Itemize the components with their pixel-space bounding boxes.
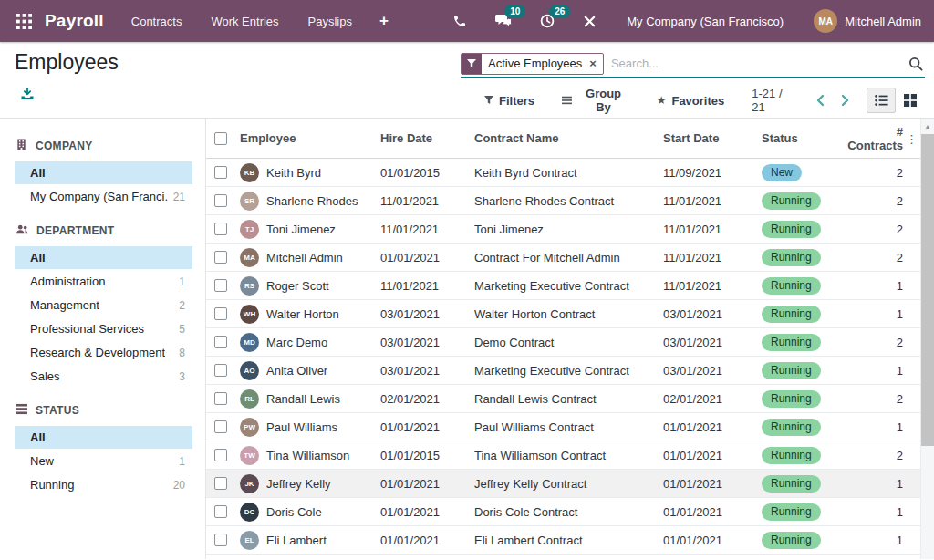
row-checkbox[interactable] [214,505,227,518]
sidebar-item-status-all[interactable]: All [15,426,192,449]
column-header-status[interactable]: Status [755,131,833,145]
row-checkbox[interactable] [214,223,227,235]
start-date-cell: 01/01/2021 [657,534,755,547]
search-bar[interactable]: Active Employees × [461,51,925,78]
table-row[interactable]: TW Tina Williamson 01/01/2015 Tina Willi… [206,441,920,470]
table-header: Employee Hire Date Contract Name Start D… [206,119,934,159]
row-checkbox[interactable] [214,336,227,348]
facet-remove-icon[interactable]: × [588,57,603,70]
table-row[interactable]: SR Sharlene Rhodes 11/01/2021 Sharlene R… [206,187,920,215]
kanban-view-icon[interactable] [896,88,925,113]
hire-date-cell: 01/01/2021 [374,505,468,519]
vertical-scrollbar[interactable]: ▲ [920,119,934,559]
app-title[interactable]: Payroll [45,11,104,31]
pager: 1-21 / 21 [752,87,857,114]
row-checkbox[interactable] [214,534,227,546]
column-header-start-date[interactable]: Start Date [657,131,755,145]
employee-avatar: PW [240,418,259,437]
row-checkbox[interactable] [214,392,227,405]
sidebar-item-label: Research & Development [30,346,165,359]
export-icon[interactable] [20,87,35,100]
company-switcher[interactable]: My Company (San Francisco) [627,15,784,28]
phone-icon[interactable] [451,12,469,30]
apps-grid-icon[interactable] [11,8,37,35]
search-input[interactable] [604,57,907,70]
table-row[interactable]: DC Doris Cole 01/01/2021 Doris Cole Cont… [206,498,920,526]
table-row[interactable]: RS Roger Scott 11/01/2021 Marketing Exec… [206,272,920,300]
column-header-contract-name[interactable]: Contract Name [468,131,657,145]
sidebar-item-department-all[interactable]: All [15,246,192,269]
search-icon[interactable] [907,55,925,73]
sidebar-item-department-management[interactable]: Management 2 [15,294,192,316]
scroll-up-arrow[interactable]: ▲ [921,119,934,133]
filters-button[interactable]: Filters [484,94,534,108]
search-facet-label: Active Employees [482,57,588,70]
table-row[interactable]: PW Paul Williams 01/01/2021 Paul William… [206,413,920,441]
sidebar-item-count: 21 [168,191,185,203]
hire-date-cell: 01/01/2021 [374,477,468,491]
row-select-cell [206,336,234,348]
table-row[interactable]: KB Keith Byrd 01/01/2015 Keith Byrd Cont… [206,159,920,187]
table-row[interactable]: MD Marc Demo 03/01/2021 Demo Contract 03… [206,328,920,357]
sidebar-item-status-new[interactable]: New 1 [15,450,192,472]
sidebar-item-department-research-development[interactable]: Research & Development 8 [15,341,192,364]
select-all-checkbox[interactable] [214,132,227,145]
contracts-count-cell: 2 [833,449,920,462]
favorites-button[interactable]: ★ Favorites [657,94,725,108]
table-row[interactable]: RL Randall Lewis 02/01/2021 Randall Lewi… [206,385,920,413]
activities-clock-icon[interactable]: 26 [538,12,556,30]
table-row[interactable]: WH Walter Horton 03/01/2021 Walter Horto… [206,300,920,328]
employee-name: Toni Jimenez [266,223,336,236]
status-cell: Running [755,419,833,436]
start-date-cell: 01/01/2021 [657,477,755,491]
sidebar-item-status-running[interactable]: Running 20 [15,473,192,496]
sidebar-item-company-all[interactable]: All [15,161,192,184]
list-view-icon[interactable] [867,88,896,113]
row-checkbox[interactable] [214,364,227,377]
menu-item-work-entries[interactable]: Work Entries [196,0,293,42]
row-checkbox[interactable] [214,194,227,207]
navbar-systray: 10 26 My Company (San Francisco) MA Mitc… [451,9,921,33]
search-facet[interactable]: Active Employees × [461,53,604,75]
column-header-hire-date[interactable]: Hire Date [374,131,468,145]
contract-name-cell: Walter Horton Contract [468,307,657,321]
start-date-cell: 11/01/2021 [657,194,755,208]
sidebar-item-department-professional-services[interactable]: Professional Services 5 [15,317,192,340]
user-menu[interactable]: MA Mitchell Admin [814,9,921,33]
column-header-contracts[interactable]: # Contracts ⋮ [833,125,920,152]
hire-date-cell: 11/01/2021 [374,223,468,236]
group-by-button[interactable]: Group By [562,87,629,114]
messages-icon[interactable]: 10 [493,12,514,30]
pager-next-icon[interactable] [833,90,857,110]
optional-columns-icon[interactable]: ⋮ [906,131,918,145]
table-row[interactable]: AO Anita Oliver 03/01/2021 Marketing Exe… [206,357,920,385]
row-checkbox[interactable] [214,449,227,461]
tools-icon[interactable] [581,13,598,30]
list-view: Employee Hire Date Contract Name Start D… [206,119,934,559]
row-checkbox[interactable] [214,251,227,264]
sidebar-item-department-administration[interactable]: Administration 1 [15,270,192,293]
plus-icon[interactable]: + [367,12,401,30]
status-cell: New [755,164,833,181]
pager-previous-icon[interactable] [808,90,833,110]
row-checkbox[interactable] [214,477,227,490]
employee-name: Anita Oliver [266,364,327,378]
table-row[interactable]: MA Mitchell Admin 01/01/2021 Contract Fo… [206,244,920,272]
status-badge: Running [762,390,821,408]
row-checkbox[interactable] [214,166,227,179]
menu-item-payslips[interactable]: Payslips [294,0,367,42]
row-checkbox[interactable] [214,420,227,433]
row-checkbox[interactable] [214,307,227,320]
column-header-employee[interactable]: Employee [234,131,374,145]
sidebar-item-department-sales[interactable]: Sales 3 [15,365,192,388]
table-row[interactable]: EL Eli Lambert 01/01/2021 Eli Lambert Co… [206,526,920,555]
view-switcher [867,88,925,113]
sidebar-item-company-my-company-san-franci[interactable]: My Company (San Franci... 21 [15,185,192,208]
scroll-thumb[interactable] [921,134,934,446]
table-row[interactable]: JK Jeffrey Kelly 01/01/2021 Jeffrey Kell… [206,470,920,498]
menu-item-contracts[interactable]: Contracts [117,0,197,42]
employee-name: Paul Williams [266,420,337,434]
row-checkbox[interactable] [214,279,227,292]
table-row[interactable]: TJ Toni Jimenez 11/01/2021 Toni Jimenez … [206,215,920,244]
employee-name: Eli Lambert [266,534,327,547]
